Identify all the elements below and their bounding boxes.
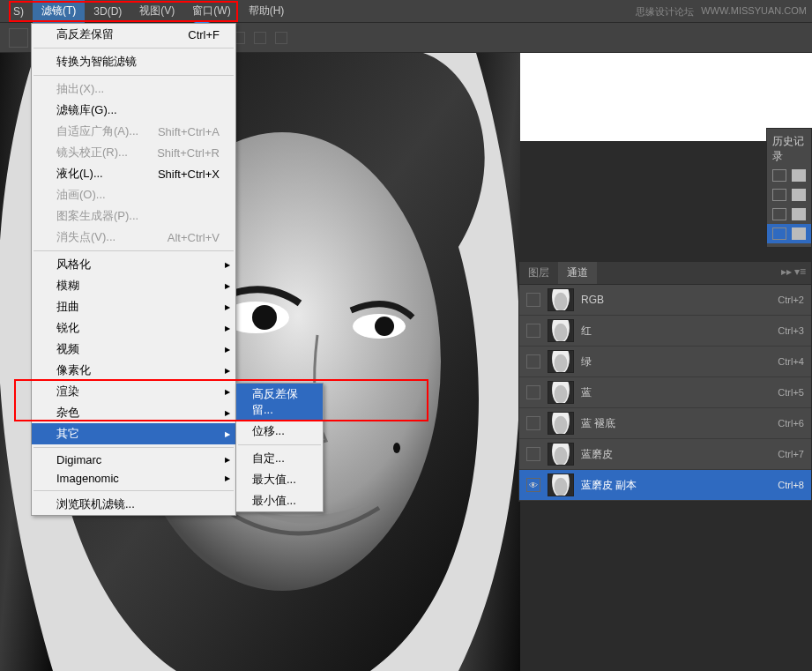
filter-blur[interactable]: 模糊 [32, 275, 235, 296]
history-row[interactable] [767, 166, 811, 185]
mi-shortcut: Shift+Ctrl+A [158, 125, 220, 138]
mi-label: Imagenomic [56, 472, 119, 485]
visibility-toggle[interactable] [526, 416, 540, 430]
menu-item-view[interactable]: 视图(V) [130, 0, 183, 23]
toolbar-3d-button[interactable] [254, 32, 266, 44]
tab-layers[interactable]: 图层 [519, 262, 558, 284]
mi-label: 杂色 [56, 405, 79, 421]
history-title: 历史记录 [767, 132, 811, 166]
channels-panel: 图层 通道 ▸▸ ▾≡ RGBCtrl+2红Ctrl+3绿Ctrl+4蓝Ctrl… [518, 261, 812, 502]
toolbar-3d-button[interactable] [275, 32, 287, 44]
history-panel: 历史记录 [766, 128, 812, 248]
channel-thumbnail [548, 288, 574, 311]
svg-point-3 [252, 305, 277, 330]
separator [34, 490, 234, 491]
filter-gallery[interactable]: 滤镜库(G)... [32, 100, 235, 121]
history-row[interactable] [767, 224, 811, 243]
svg-point-18 [555, 447, 568, 466]
channel-thumbnail [548, 473, 574, 496]
toolbar-3d-group [233, 32, 287, 44]
separator [34, 48, 234, 48]
watermark-url: WWW.MISSYUAN.COM [701, 5, 807, 19]
submenu-minimum[interactable]: 最小值... [236, 490, 323, 511]
visibility-toggle[interactable] [526, 324, 540, 338]
visibility-toggle[interactable] [526, 293, 540, 307]
history-checkbox[interactable] [772, 189, 786, 201]
filter-pixelate[interactable]: 像素化 [32, 360, 235, 381]
visibility-toggle[interactable] [526, 354, 540, 369]
channel-thumbnail [548, 319, 574, 342]
submenu-custom[interactable]: 自定... [236, 448, 323, 469]
channel-row[interactable]: 红Ctrl+3 [519, 316, 811, 347]
channel-thumbnail [548, 350, 574, 373]
channel-row[interactable]: 蓝 褪底Ctrl+6 [519, 408, 811, 439]
filter-pattern-maker: 图案生成器(P)... [32, 205, 235, 227]
filter-distort[interactable]: 扭曲 [32, 296, 235, 317]
filter-stylize[interactable]: 风格化 [32, 254, 235, 275]
mi-label: 视频 [56, 341, 79, 357]
filter-imagenomic[interactable]: Imagenomic [32, 469, 235, 488]
mi-label: 像素化 [56, 362, 91, 378]
channel-name: 蓝磨皮 副本 [581, 478, 771, 493]
svg-point-6 [393, 443, 400, 453]
channel-name: 红 [581, 324, 771, 339]
mi-label: 镜头校正(R)... [56, 145, 128, 160]
mi-label: 风格化 [56, 257, 91, 272]
filter-browse-online[interactable]: 浏览联机滤镜... [32, 494, 235, 515]
history-row[interactable] [767, 205, 811, 224]
menu-item-help[interactable]: 帮助(H) [240, 0, 294, 23]
mi-label: 抽出(X)... [56, 81, 104, 97]
filter-smart-label: 转换为智能滤镜 [56, 54, 137, 70]
svg-point-20 [555, 478, 568, 496]
menu-item-window[interactable]: 窗口(W) [183, 0, 239, 23]
submenu-maximum[interactable]: 最大值... [236, 469, 323, 490]
channel-row[interactable]: RGBCtrl+2 [519, 285, 811, 316]
history-step-icon [792, 227, 806, 240]
menu-item-filter[interactable]: 滤镜(T) [33, 0, 85, 23]
menu-item-select[interactable]: S) [4, 1, 33, 22]
history-row[interactable] [767, 185, 811, 205]
channel-name: RGB [581, 294, 771, 306]
panel-menu-icon[interactable]: ▸▸ ▾≡ [776, 262, 811, 284]
menu-item-3d[interactable]: 3D(D) [85, 1, 130, 22]
channel-name: 蓝 褪底 [581, 416, 771, 431]
history-checkbox[interactable] [772, 169, 786, 182]
channel-row[interactable]: 绿Ctrl+4 [519, 347, 811, 377]
submenu-offset[interactable]: 位移... [236, 421, 323, 442]
visibility-toggle[interactable] [526, 385, 540, 399]
history-checkbox[interactable] [772, 227, 786, 240]
channel-row[interactable]: 蓝磨皮 副本Ctrl+8 [519, 470, 811, 501]
channel-name: 绿 [581, 354, 771, 369]
separator [34, 250, 234, 251]
mi-label: 渲染 [56, 384, 79, 399]
filter-render[interactable]: 渲染 [32, 381, 235, 402]
visibility-toggle[interactable] [526, 478, 540, 492]
filter-sharpen[interactable]: 锐化 [32, 317, 235, 339]
mi-label: 消失点(V)... [56, 229, 115, 245]
toolbar-icon[interactable] [9, 28, 28, 48]
channel-shortcut: Ctrl+2 [778, 294, 804, 305]
filter-noise[interactable]: 杂色 [32, 402, 235, 423]
history-checkbox[interactable] [772, 208, 786, 220]
tab-channels[interactable]: 通道 [558, 262, 597, 284]
submenu-high-pass[interactable]: 高反差保留... [236, 384, 323, 421]
visibility-toggle[interactable] [526, 447, 540, 461]
channel-row[interactable]: 蓝磨皮Ctrl+7 [519, 439, 811, 470]
filter-liquify[interactable]: 液化(L)...Shift+Ctrl+X [32, 163, 235, 184]
channel-row[interactable]: 蓝Ctrl+5 [519, 377, 811, 408]
svg-point-10 [555, 324, 568, 342]
filter-digimarc[interactable]: Digimarc [32, 451, 235, 469]
mi-label: 自适应广角(A)... [56, 123, 138, 139]
channel-thumbnail [548, 381, 574, 404]
filter-smart[interactable]: 转换为智能滤镜 [32, 51, 235, 72]
mi-label: 模糊 [56, 278, 79, 294]
mi-label: 其它 [56, 426, 79, 442]
mi-label: 锐化 [56, 320, 79, 336]
filter-video[interactable]: 视频 [32, 339, 235, 360]
history-step-icon [792, 169, 806, 182]
filter-last[interactable]: 高反差保留 Ctrl+F [32, 24, 235, 45]
mi-shortcut: Shift+Ctrl+X [158, 168, 220, 181]
filter-other-submenu: 高反差保留... 位移... 自定... 最大值... 最小值... [235, 383, 324, 512]
filter-other[interactable]: 其它 [32, 423, 235, 444]
mi-shortcut: Shift+Ctrl+R [157, 146, 220, 160]
